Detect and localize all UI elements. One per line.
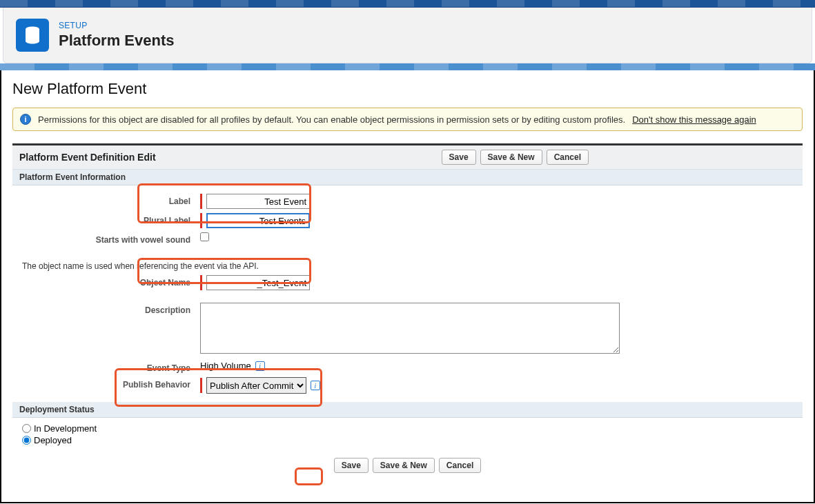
plural-label-input[interactable] <box>206 213 310 228</box>
dismiss-link[interactable]: Don't show this message again <box>632 114 756 125</box>
object-name-input[interactable] <box>206 275 310 290</box>
section-information: Platform Event Information <box>12 170 803 185</box>
help-icon[interactable]: i <box>255 361 265 371</box>
label-object-name: Object Name <box>22 275 200 288</box>
info-icon: i <box>20 114 31 125</box>
label-description: Description <box>22 303 200 315</box>
label-input[interactable] <box>206 194 310 209</box>
form: Platform Event Definition Edit Save Save… <box>12 143 803 480</box>
pattern-strip <box>0 63 815 70</box>
required-indicator <box>200 378 202 393</box>
event-type-value: High Volume <box>200 361 251 371</box>
help-icon[interactable]: i <box>311 381 320 390</box>
save-new-button-bottom[interactable]: Save & New <box>373 458 435 473</box>
page-header: SETUP Platform Events <box>3 8 812 63</box>
definition-edit-title: Platform Event Definition Edit <box>19 152 156 163</box>
description-input[interactable] <box>200 303 620 354</box>
label-label: Label <box>22 194 200 206</box>
vowel-checkbox[interactable] <box>200 232 209 241</box>
required-indicator <box>200 275 202 290</box>
label-publish-behavior: Publish Behavior <box>22 377 200 390</box>
page-body: New Platform Event i Permissions for thi… <box>0 70 815 503</box>
api-note: The object name is used when referencing… <box>22 261 803 271</box>
breadcrumb: SETUP <box>59 21 175 30</box>
section-deployment: Deployment Status <box>12 402 803 418</box>
permission-info: i Permissions for this object are disabl… <box>12 108 803 131</box>
cancel-button-bottom[interactable]: Cancel <box>439 458 481 473</box>
radio-deployed[interactable]: Deployed <box>22 435 793 445</box>
page-title: New Platform Event <box>12 80 803 98</box>
definition-edit-bar: Platform Event Definition Edit Save Save… <box>12 145 803 170</box>
required-indicator <box>200 213 202 228</box>
required-indicator <box>200 194 202 209</box>
save-new-button[interactable]: Save & New <box>480 150 542 165</box>
save-button-bottom[interactable]: Save <box>334 458 369 473</box>
radio-in-development[interactable]: In Development <box>22 423 793 434</box>
label-vowel: Starts with vowel sound <box>22 232 200 245</box>
platform-events-icon <box>16 19 49 52</box>
save-button[interactable]: Save <box>442 150 476 165</box>
top-pattern <box>0 0 815 8</box>
label-event-type: Event Type <box>22 361 200 373</box>
label-plural: Plural Label <box>22 213 200 225</box>
page-header-title: Platform Events <box>59 32 175 50</box>
info-text: Permissions for this object are disabled… <box>38 114 625 125</box>
publish-behavior-select[interactable]: Publish After Commit <box>206 377 306 394</box>
cancel-button[interactable]: Cancel <box>547 150 589 165</box>
